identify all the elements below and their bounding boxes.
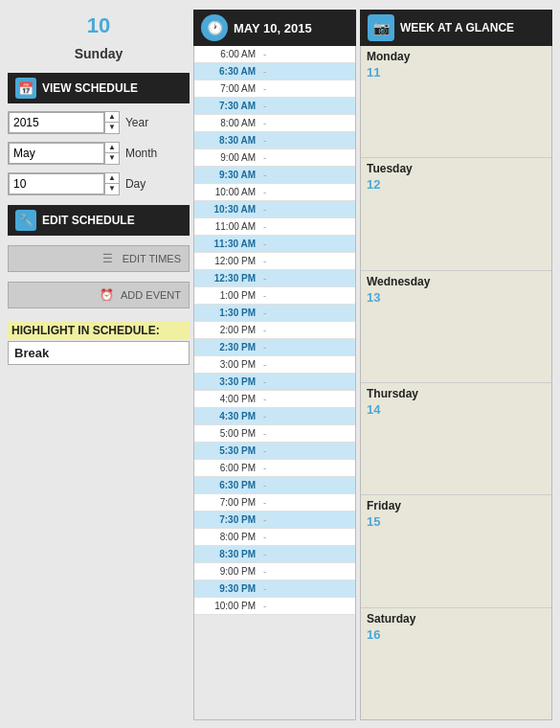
time-row: 1:00 PM- xyxy=(194,287,355,305)
time-label: 9:30 PM xyxy=(194,583,259,594)
edit-times-label: EDIT TIMES xyxy=(123,253,181,264)
time-dash: - xyxy=(259,411,355,421)
month-input-group[interactable]: ▲ ▼ xyxy=(8,142,120,165)
time-dash: - xyxy=(259,359,355,370)
month-up-arrow[interactable]: ▲ xyxy=(105,143,119,153)
schedule-scroll[interactable]: 6:00 AM-6:30 AM-7:00 AM-7:30 AM-8:00 AM-… xyxy=(193,46,356,720)
day-down-arrow[interactable]: ▼ xyxy=(105,184,119,193)
week-day-number: 15 xyxy=(367,514,546,529)
highlight-label: HIGHLIGHT IN SCHEDULE: xyxy=(8,322,190,339)
time-dash: - xyxy=(259,428,355,439)
year-input[interactable] xyxy=(9,112,104,133)
edit-schedule-button[interactable]: 🔧 EDIT SCHEDULE xyxy=(8,205,190,236)
time-label: 11:30 AM xyxy=(194,239,259,249)
time-row: 11:00 AM- xyxy=(194,218,355,236)
time-row: 11:30 AM- xyxy=(194,236,355,253)
time-dash: - xyxy=(259,532,355,542)
add-event-label: ADD EVENT xyxy=(121,289,181,301)
add-event-button[interactable]: ⏰ ADD EVENT xyxy=(8,282,190,308)
year-input-group[interactable]: ▲ ▼ xyxy=(8,111,120,134)
time-row: 8:00 AM- xyxy=(194,115,355,132)
day-label: Day xyxy=(125,177,146,191)
time-row: 7:00 PM- xyxy=(194,494,355,512)
time-label: 3:00 PM xyxy=(194,359,259,370)
week-day-number: 12 xyxy=(367,177,546,192)
time-dash: - xyxy=(259,135,355,146)
year-label: Year xyxy=(125,116,148,129)
week-day-number: 14 xyxy=(367,402,546,417)
time-row: 9:30 PM- xyxy=(194,580,355,598)
view-schedule-button[interactable]: 📅 VIEW SCHEDULE xyxy=(8,73,190,103)
time-row: 8:30 PM- xyxy=(194,546,355,563)
time-label: 7:30 AM xyxy=(194,101,259,111)
time-label: 11:00 AM xyxy=(194,221,259,232)
time-label: 10:00 AM xyxy=(194,187,259,197)
month-spinners[interactable]: ▲ ▼ xyxy=(104,143,119,164)
time-label: 10:30 AM xyxy=(194,204,259,215)
time-row: 1:30 PM- xyxy=(194,305,355,322)
time-dash: - xyxy=(259,497,355,508)
time-label: 12:00 PM xyxy=(194,256,259,266)
day-spinners[interactable]: ▲ ▼ xyxy=(104,173,119,194)
time-label: 5:30 PM xyxy=(194,445,259,456)
edit-times-button[interactable]: ☰ EDIT TIMES xyxy=(8,245,190,272)
time-label: 4:30 PM xyxy=(194,411,259,421)
week-glance-header: 📷 WEEK AT A GLANCE xyxy=(360,10,552,46)
year-spinners[interactable]: ▲ ▼ xyxy=(104,112,119,133)
time-row: 10:00 PM- xyxy=(194,598,355,615)
week-day-number: 13 xyxy=(367,290,546,305)
time-row: 9:00 PM- xyxy=(194,563,355,580)
time-row: 12:30 PM- xyxy=(194,270,355,287)
time-row: 12:00 PM- xyxy=(194,253,355,270)
time-row: 9:00 AM- xyxy=(194,149,355,167)
week-day-number: 16 xyxy=(367,627,546,642)
time-dash: - xyxy=(259,221,355,232)
time-label: 2:00 PM xyxy=(194,325,259,335)
time-row: 3:00 PM- xyxy=(194,356,355,374)
year-field-row: ▲ ▼ Year xyxy=(8,111,190,134)
time-label: 9:30 AM xyxy=(194,170,259,180)
time-dash: - xyxy=(259,118,355,128)
view-schedule-label: VIEW SCHEDULE xyxy=(42,81,138,95)
time-label: 3:30 PM xyxy=(194,376,259,387)
schedule-date: MAY 10, 2015 xyxy=(234,21,312,35)
year-down-arrow[interactable]: ▼ xyxy=(105,123,119,132)
time-label: 4:00 PM xyxy=(194,394,259,404)
time-dash: - xyxy=(259,566,355,577)
time-row: 7:30 PM- xyxy=(194,512,355,529)
time-dash: - xyxy=(259,376,355,387)
time-dash: - xyxy=(259,83,355,94)
month-label: Month xyxy=(125,147,157,160)
day-input[interactable] xyxy=(9,173,104,194)
week-day-item: Saturday16 xyxy=(361,608,551,719)
time-label: 8:00 PM xyxy=(194,532,259,542)
time-row: 7:30 AM- xyxy=(194,98,355,115)
time-label: 9:00 AM xyxy=(194,152,259,163)
time-row: 5:00 PM- xyxy=(194,425,355,443)
week-day-item: Wednesday13 xyxy=(361,271,551,383)
time-label: 5:00 PM xyxy=(194,428,259,439)
highlight-section: HIGHLIGHT IN SCHEDULE: Break xyxy=(8,322,190,365)
time-dash: - xyxy=(259,307,355,318)
time-dash: - xyxy=(259,445,355,456)
time-label: 7:00 AM xyxy=(194,83,259,94)
middle-panel: 🕐 MAY 10, 2015 6:00 AM-6:30 AM-7:00 AM-7… xyxy=(193,10,356,720)
year-up-arrow[interactable]: ▲ xyxy=(105,112,119,123)
month-input[interactable] xyxy=(9,143,104,164)
time-dash: - xyxy=(259,273,355,284)
day-up-arrow[interactable]: ▲ xyxy=(105,173,119,184)
day-input-group[interactable]: ▲ ▼ xyxy=(8,172,120,195)
left-panel: 10 Sunday 📅 VIEW SCHEDULE ▲ ▼ Year ▲ ▼ xyxy=(8,10,190,720)
time-dash: - xyxy=(259,152,355,163)
time-label: 7:00 PM xyxy=(194,497,259,508)
schedule-header: 🕐 MAY 10, 2015 xyxy=(193,10,356,46)
time-label: 8:00 AM xyxy=(194,118,259,128)
clock-small-icon: ⏰ xyxy=(98,286,115,304)
time-dash: - xyxy=(259,204,355,215)
week-glance-title: WEEK AT A GLANCE xyxy=(400,21,514,34)
list-icon: ☰ xyxy=(100,250,117,267)
time-row: 4:30 PM- xyxy=(194,408,355,425)
time-label: 9:00 PM xyxy=(194,566,259,577)
time-label: 8:30 PM xyxy=(194,549,259,559)
month-down-arrow[interactable]: ▼ xyxy=(105,153,119,163)
